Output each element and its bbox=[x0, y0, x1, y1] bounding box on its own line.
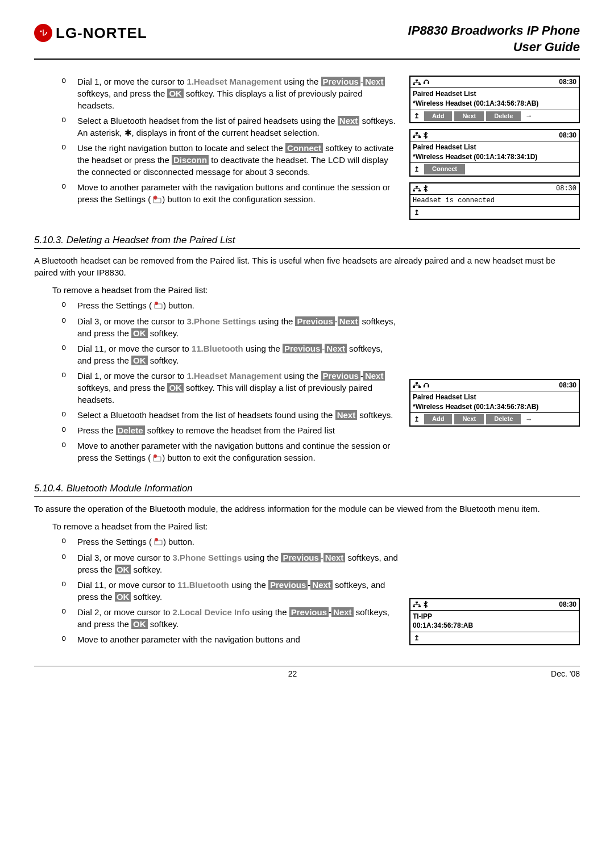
softkey-previous: Previous bbox=[321, 77, 360, 86]
settings-icon bbox=[151, 453, 162, 465]
list-item: Select a Bluetooth headset from the list… bbox=[61, 115, 399, 139]
text: softkey. bbox=[148, 328, 179, 338]
list-item: Dial 1, or move the cursor to 1.Headset … bbox=[61, 370, 399, 406]
screen-title: Paired Headset List bbox=[413, 393, 576, 402]
title-line-1: IP8830 Broadworks IP Phone bbox=[408, 23, 580, 39]
softkey-delete[interactable]: Delete bbox=[486, 111, 521, 121]
network-icon bbox=[413, 186, 421, 191]
list-item: Dial 11, or move cursor to 11.Bluetooth … bbox=[61, 579, 399, 603]
logo-text: LG-NORTEL bbox=[56, 23, 147, 43]
softkey-connect: Connect bbox=[285, 143, 323, 153]
text: Dial 1, or move the cursor to bbox=[77, 77, 187, 86]
svg-rect-20 bbox=[413, 386, 415, 388]
footer-date: Dec. '08 bbox=[551, 669, 580, 680]
text: Move to another parameter with the navig… bbox=[77, 635, 300, 644]
svg-rect-19 bbox=[416, 382, 418, 384]
softkey-next: Next bbox=[338, 316, 360, 326]
text: softkey. bbox=[148, 356, 179, 365]
softkey-ok: OK bbox=[115, 592, 131, 602]
softkey-next: Next bbox=[363, 77, 385, 86]
svg-point-16 bbox=[155, 302, 158, 305]
right-arrow-icon: → bbox=[523, 111, 534, 121]
text: using the bbox=[281, 77, 321, 86]
svg-rect-8 bbox=[428, 82, 430, 84]
svg-point-1 bbox=[40, 31, 42, 32]
text: Select a Bluetooth headset from the list… bbox=[77, 116, 338, 126]
screen-title: Paired Headset List bbox=[413, 89, 576, 99]
softkey-add[interactable]: Add bbox=[424, 111, 452, 121]
bullet-list-3: Press the Settings () button. Dial 3, or… bbox=[34, 536, 399, 646]
softkey-add[interactable]: Add bbox=[424, 414, 452, 424]
screen-message: Headset is connected bbox=[410, 195, 579, 207]
list-item: Dial 11, or move the cursor to 11.Blueto… bbox=[61, 343, 399, 366]
page-header: LG-NORTEL IP8830 Broadworks IP Phone Use… bbox=[34, 23, 580, 55]
softkey-previous: Previous bbox=[281, 553, 320, 562]
list-item: Move to another parameter with the navig… bbox=[61, 633, 399, 645]
screen-line: *Wireless Headset (00:1A:14:78:34:1D) bbox=[413, 152, 576, 162]
menu-ref-bluetooth: 11.Bluetooth bbox=[177, 580, 229, 590]
svg-rect-14 bbox=[418, 190, 421, 191]
text: softkey to remove the headset from the P… bbox=[145, 425, 335, 435]
list-item: Press the Delete softkey to remove the h… bbox=[61, 424, 399, 436]
softkey-ok: OK bbox=[131, 328, 148, 338]
softkey-next[interactable]: Next bbox=[454, 414, 484, 424]
svg-rect-5 bbox=[413, 84, 415, 85]
header-rule bbox=[34, 59, 580, 60]
text: softkeys, and press the bbox=[77, 383, 167, 393]
up-arrow-icon: ↥ bbox=[412, 165, 422, 174]
list-item: Use the right navigation button to locat… bbox=[61, 142, 399, 178]
up-arrow-icon: ↥ bbox=[412, 208, 422, 218]
softkey-delete[interactable]: Delete bbox=[486, 414, 521, 424]
list-item: Select a Bluetooth headset from the list… bbox=[61, 409, 399, 421]
softkey-previous: Previous bbox=[295, 316, 334, 326]
svg-rect-7 bbox=[424, 82, 425, 84]
list-item: Press the Settings () button. bbox=[61, 536, 399, 549]
softkey-next: Next bbox=[310, 580, 333, 590]
softkey-next: Next bbox=[338, 116, 360, 126]
text: ) button to exit the configuration sessi… bbox=[162, 453, 315, 462]
text: Dial 3, or move the cursor to bbox=[77, 316, 187, 326]
menu-ref-phone-settings: 3.Phone Settings bbox=[187, 316, 256, 326]
svg-rect-22 bbox=[424, 385, 425, 387]
lcd-screen-paired-list-2: 08:30 Paired Headset List *Wireless Head… bbox=[409, 129, 580, 177]
softkey-connect[interactable]: Connect bbox=[424, 164, 465, 174]
softkey-next[interactable]: Next bbox=[454, 111, 484, 121]
svg-rect-6 bbox=[418, 84, 421, 85]
list-item: Move to another parameter with the navig… bbox=[61, 440, 399, 465]
list-item: Press the Settings () button. bbox=[61, 299, 399, 312]
text: ) button. bbox=[163, 301, 194, 310]
network-icon bbox=[413, 132, 421, 138]
doc-title: IP8830 Broadworks IP Phone User Guide bbox=[408, 23, 580, 55]
network-icon bbox=[413, 382, 421, 388]
text: Dial 3, or move cursor to bbox=[77, 553, 173, 562]
clock: 08:30 bbox=[559, 381, 576, 390]
list-item: Dial 3, or move cursor to 3.Phone Settin… bbox=[61, 552, 399, 575]
text: softkey. bbox=[131, 565, 162, 574]
up-arrow-icon: ↥ bbox=[412, 111, 422, 121]
text: Press the Settings ( bbox=[77, 537, 152, 546]
text: Use the right navigation button to locat… bbox=[77, 143, 285, 153]
paragraph: To assure the operation of the Bluetooth… bbox=[34, 503, 580, 515]
lcd-screen-connected: 08:30 Headset is connected ↥ bbox=[409, 182, 580, 220]
softkey-ok: OK bbox=[131, 619, 148, 629]
list-item: Dial 2, or move cursor to 2.Local Device… bbox=[61, 606, 399, 630]
network-icon bbox=[413, 80, 421, 85]
text: softkey. bbox=[131, 592, 162, 602]
svg-rect-9 bbox=[416, 132, 418, 134]
bluetooth-icon bbox=[423, 601, 428, 608]
softkey-next: Next bbox=[325, 344, 347, 353]
text: ) button to exit the configuration sessi… bbox=[162, 194, 315, 204]
list-item: Move to another parameter with the navig… bbox=[61, 181, 399, 206]
clock: 08:30 bbox=[559, 600, 576, 610]
network-icon bbox=[413, 602, 421, 607]
menu-ref-headset-mgmt: 1.Headset Management bbox=[187, 371, 282, 381]
up-arrow-icon: ↥ bbox=[412, 415, 422, 424]
text: using the bbox=[256, 316, 295, 326]
text: Press the Settings ( bbox=[77, 301, 152, 310]
clock: 08:30 bbox=[556, 184, 576, 194]
lead-text: To remove a headset from the Paired list… bbox=[52, 520, 580, 532]
list-item: Dial 1, or move the cursor to 1.Headset … bbox=[61, 76, 399, 111]
bullet-list-1: Dial 1, or move the cursor to 1.Headset … bbox=[34, 76, 399, 206]
softkey-ok: OK bbox=[115, 565, 131, 574]
softkey-next: Next bbox=[335, 410, 358, 420]
